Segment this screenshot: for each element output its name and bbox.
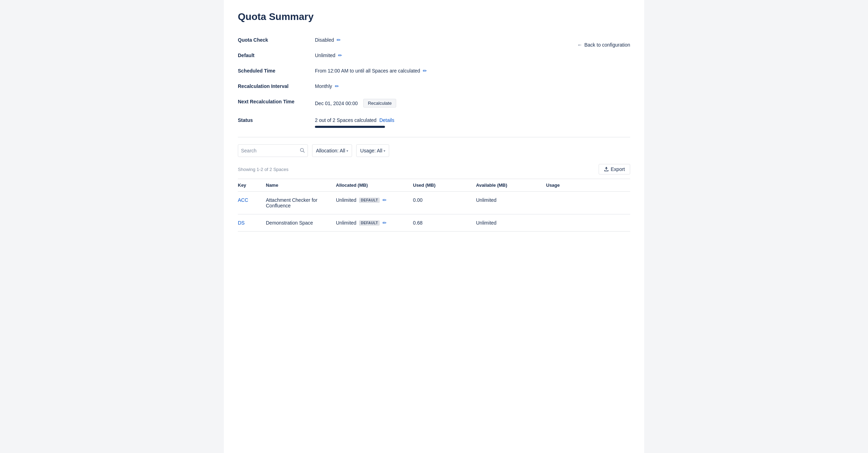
cell-allocated: Unlimited DEFAULT ✏ [336,192,413,214]
table-row: ACC Attachment Checker for Confluence Un… [238,192,630,214]
back-to-configuration-link[interactable]: ← Back to configuration [577,42,630,48]
cell-used: 0.00 [413,192,476,214]
cell-usage [546,192,630,214]
status-text-row: 2 out of 2 Spaces calculated Details [315,117,394,123]
search-icon [300,148,305,154]
scheduled-time-label: Scheduled Time [238,63,315,78]
col-header-used: Used (MB) [413,179,476,192]
divider [238,137,630,137]
recalculation-interval-edit-icon[interactable]: ✏ [335,83,339,89]
cell-name: Attachment Checker for Confluence [266,192,336,214]
allocated-edit-icon[interactable]: ✏ [383,197,387,203]
default-value: Unlimited ✏ [315,48,630,63]
default-badge: DEFAULT [359,220,380,226]
col-header-key: Key [238,179,266,192]
cell-key: ACC [238,192,266,214]
back-arrow-icon: ← [577,42,582,48]
recalculate-button[interactable]: Recalculate [363,99,396,108]
export-button[interactable]: Export [599,164,630,174]
key-link[interactable]: DS [238,220,244,226]
page-title: Quota Summary [238,11,630,22]
filters-row: Allocation: All ▾ Usage: All ▾ [238,144,630,157]
page-container: Quota Summary ← Back to configuration Qu… [224,0,644,453]
export-icon [604,167,609,172]
info-grid: Quota Check Disabled ✏ Default Unlimited… [238,32,630,133]
cell-used: 0.68 [413,214,476,232]
showing-text: Showing 1-2 of 2 Spaces [238,167,289,172]
cell-usage [546,214,630,232]
col-header-usage: Usage [546,179,630,192]
progress-bar-container [315,126,385,128]
status-value-wrapper: 2 out of 2 Spaces calculated Details [315,117,394,128]
spaces-table: Key Name Allocated (MB) Used (MB) Availa… [238,179,630,232]
next-recalculation-label: Next Recalculation Time [238,94,315,112]
allocated-edit-icon[interactable]: ✏ [383,220,387,226]
scheduled-time-edit-icon[interactable]: ✏ [423,68,427,74]
col-header-name: Name [266,179,336,192]
progress-bar-fill [315,126,385,128]
showing-row: Showing 1-2 of 2 Spaces Export [238,164,630,174]
default-edit-icon[interactable]: ✏ [338,53,342,58]
cell-key: DS [238,214,266,232]
cell-available: Unlimited [476,192,546,214]
usage-filter-label: Usage: All [360,148,382,153]
status-value: 2 out of 2 Spaces calculated Details [315,112,630,133]
allocation-filter[interactable]: Allocation: All ▾ [312,144,352,157]
scheduled-time-value: From 12:00 AM to until all Spaces are ca… [315,63,630,78]
col-header-available: Available (MB) [476,179,546,192]
allocation-chevron-icon: ▾ [346,149,348,153]
search-input[interactable] [241,148,300,153]
svg-line-1 [303,151,305,152]
default-label: Default [238,48,315,63]
cell-available: Unlimited [476,214,546,232]
allocated-value: Unlimited [336,197,356,203]
default-badge: DEFAULT [359,198,380,203]
cell-name: Demonstration Space [266,214,336,232]
col-header-allocated: Allocated (MB) [336,179,413,192]
usage-chevron-icon: ▾ [384,149,385,153]
next-recalculation-value: Dec 01, 2024 00:00 Recalculate [315,94,630,112]
allocation-filter-label: Allocation: All [316,148,345,153]
status-details-link[interactable]: Details [379,117,394,123]
recalculation-interval-value: Monthly ✏ [315,78,630,94]
search-wrapper [238,144,308,157]
allocated-value: Unlimited [336,220,356,226]
table-header-row: Key Name Allocated (MB) Used (MB) Availa… [238,179,630,192]
status-label: Status [238,112,315,133]
key-link[interactable]: ACC [238,197,248,203]
usage-filter[interactable]: Usage: All ▾ [356,144,389,157]
recalculation-interval-label: Recalculation Interval [238,78,315,94]
cell-allocated: Unlimited DEFAULT ✏ [336,214,413,232]
quota-check-label: Quota Check [238,32,315,48]
table-row: DS Demonstration Space Unlimited DEFAULT… [238,214,630,232]
quota-check-edit-icon[interactable]: ✏ [337,37,341,43]
